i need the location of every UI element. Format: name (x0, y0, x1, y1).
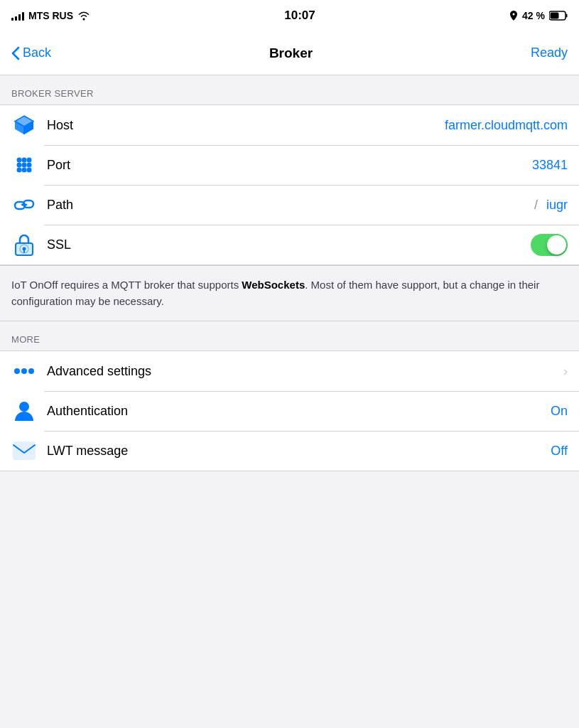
path-row[interactable]: Path / iugr (0, 185, 579, 225)
lwt-label: LWT message (47, 444, 545, 459)
mail-icon (11, 438, 37, 464)
info-box: IoT OnOff requires a MQTT broker that su… (0, 265, 579, 321)
dots-icon (11, 358, 37, 384)
svg-point-8 (27, 163, 32, 168)
svg-rect-22 (13, 442, 35, 459)
status-right: 42 % (509, 10, 568, 21)
svg-point-5 (27, 158, 32, 163)
port-value: 33841 (532, 158, 568, 173)
battery-icon (549, 11, 568, 21)
advanced-settings-row[interactable]: Advanced settings › (0, 351, 579, 391)
authentication-value: On (551, 404, 568, 419)
toggle-knob (547, 235, 566, 255)
svg-point-18 (14, 368, 20, 374)
ssl-row[interactable]: SSL (0, 225, 579, 264)
lwt-row[interactable]: LWT message Off (0, 431, 579, 471)
svg-point-19 (21, 368, 27, 374)
svg-point-9 (17, 168, 22, 173)
svg-point-21 (19, 402, 29, 412)
svg-rect-1 (566, 14, 568, 18)
ready-button[interactable]: Ready (531, 46, 568, 60)
more-header: MORE (0, 321, 579, 350)
back-button[interactable]: Back (11, 46, 51, 60)
broker-server-header: BROKER SERVER (0, 75, 579, 105)
authentication-row[interactable]: Authentication On (0, 391, 579, 431)
link-icon (11, 192, 37, 218)
svg-point-11 (27, 168, 32, 173)
signal-bars-icon (11, 11, 24, 21)
host-row[interactable]: Host farmer.cloudmqtt.com (0, 105, 579, 145)
host-label: Host (47, 118, 439, 133)
battery-label: 42 % (522, 10, 545, 21)
svg-rect-2 (551, 13, 559, 19)
back-chevron-icon (11, 46, 20, 60)
status-left: MTS RUS (11, 10, 90, 21)
info-text-start: IoT OnOff requires a MQTT broker that su… (11, 279, 242, 291)
info-text-bold: WebSockets (242, 279, 305, 291)
broker-server-group: Host farmer.cloudmqtt.com Port 33841 (0, 105, 579, 265)
ssl-label: SSL (47, 237, 531, 252)
svg-point-20 (28, 368, 34, 374)
location-icon (509, 11, 518, 21)
advanced-settings-label: Advanced settings (47, 364, 559, 379)
wifi-icon (77, 11, 90, 21)
cube-icon (11, 112, 37, 138)
lock-icon (11, 232, 37, 257)
port-label: Port (47, 158, 526, 173)
svg-point-6 (17, 163, 22, 168)
ssl-toggle[interactable] (531, 234, 568, 256)
svg-point-7 (22, 163, 27, 168)
chevron-right-icon: › (563, 364, 568, 379)
status-bar: MTS RUS 10:07 42 % (0, 0, 579, 31)
lwt-value: Off (551, 444, 568, 459)
svg-point-4 (22, 158, 27, 163)
carrier-label: MTS RUS (28, 10, 73, 21)
path-separator: / (534, 198, 538, 213)
more-group: Advanced settings › Authentication On LW… (0, 350, 579, 471)
port-row[interactable]: Port 33841 (0, 145, 579, 185)
grid-icon (11, 152, 37, 178)
host-value: farmer.cloudmqtt.com (445, 118, 568, 133)
authentication-label: Authentication (47, 404, 545, 419)
path-label: Path (47, 198, 534, 213)
person-icon (11, 398, 37, 424)
svg-point-3 (17, 158, 22, 163)
svg-point-10 (22, 168, 27, 173)
status-time: 10:07 (284, 9, 315, 23)
path-value: iugr (546, 198, 568, 213)
page-title: Broker (269, 46, 313, 61)
nav-bar: Back Broker Ready (0, 31, 579, 75)
